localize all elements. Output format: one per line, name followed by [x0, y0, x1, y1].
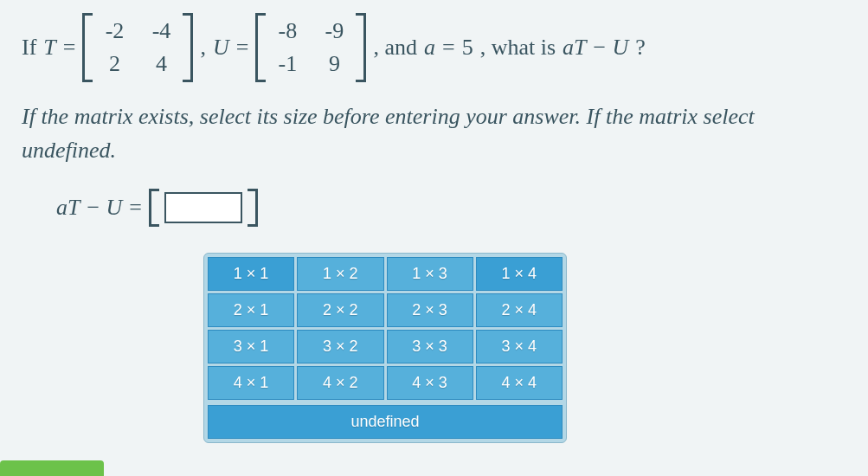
var-a: a — [424, 35, 435, 61]
expr: aT − U — [563, 35, 628, 61]
var-u: U — [213, 35, 229, 61]
t-11: 4 — [148, 51, 174, 77]
size-1x2[interactable]: 1 × 2 — [297, 257, 383, 291]
size-4x1[interactable]: 4 × 1 — [208, 366, 294, 400]
u-01: -9 — [321, 18, 347, 44]
eq1: = — [63, 35, 76, 61]
t-10: 2 — [101, 51, 127, 77]
size-4x4[interactable]: 4 × 4 — [476, 366, 563, 400]
answer-eq: = — [129, 195, 142, 221]
t-01: -4 — [148, 18, 174, 44]
undefined-button[interactable]: undefined — [208, 405, 563, 439]
matrix-u: -8 -9 -1 9 — [255, 13, 366, 82]
size-3x4[interactable]: 3 × 4 — [476, 330, 563, 363]
size-3x3[interactable]: 3 × 3 — [387, 330, 473, 363]
size-2x2[interactable]: 2 × 2 — [297, 293, 383, 327]
comma-and: , and — [373, 35, 417, 61]
size-2x4[interactable]: 2 × 4 — [476, 293, 563, 327]
question-line: If T = -2 -4 2 4 , U = -8 -9 -1 9 , and … — [22, 13, 846, 82]
size-4x2[interactable]: 4 × 2 — [297, 366, 383, 400]
size-4x3[interactable]: 4 × 3 — [387, 366, 473, 400]
u-11: 9 — [321, 51, 347, 77]
size-3x2[interactable]: 3 × 2 — [297, 330, 383, 363]
submit-button-partial[interactable] — [0, 460, 104, 476]
what-is: , what is — [480, 35, 556, 61]
size-3x1[interactable]: 3 × 1 — [208, 330, 294, 363]
size-1x4[interactable]: 1 × 4 — [476, 257, 563, 291]
if-text: If — [22, 35, 36, 61]
t-00: -2 — [101, 18, 127, 44]
size-2x3[interactable]: 2 × 3 — [387, 293, 473, 327]
qmark: ? — [635, 35, 646, 61]
size-2x1[interactable]: 2 × 1 — [208, 293, 294, 327]
u-00: -8 — [274, 18, 300, 44]
matrix-t: -2 -4 2 4 — [82, 13, 193, 82]
answer-input[interactable] — [164, 192, 242, 223]
answer-matrix-placeholder — [149, 189, 258, 227]
answer-line: aT − U = — [56, 189, 846, 227]
comma1: , — [200, 35, 206, 61]
var-t: T — [43, 35, 55, 61]
size-selector: 1 × 1 1 × 2 1 × 3 1 × 4 2 × 1 2 × 2 2 × … — [203, 253, 567, 443]
eq2: = — [236, 35, 249, 61]
size-1x1[interactable]: 1 × 1 — [208, 257, 294, 291]
answer-expr: aT − U — [56, 195, 122, 221]
val-a: 5 — [462, 35, 473, 61]
eq3: = — [442, 35, 455, 61]
u-10: -1 — [274, 51, 300, 77]
size-1x3[interactable]: 1 × 3 — [387, 257, 473, 291]
instruction-text: If the matrix exists, select its size be… — [22, 100, 846, 167]
